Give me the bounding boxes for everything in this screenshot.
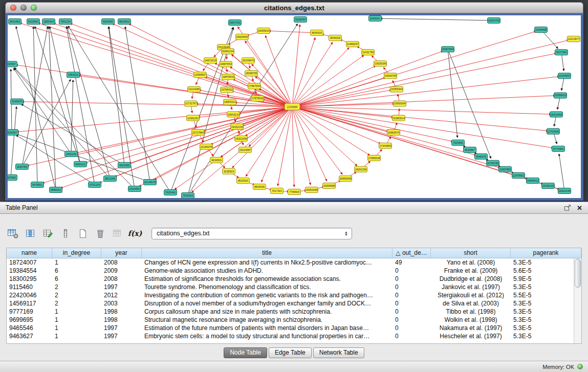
graph-node[interactable]: 1850424 bbox=[42, 19, 55, 25]
table-row[interactable]: 911546021997Tourette syndrome. Phenomeno… bbox=[7, 283, 574, 291]
column-header[interactable]: year bbox=[101, 248, 142, 258]
graph-node[interactable]: 9701234 bbox=[89, 182, 101, 187]
graph-node[interactable]: 12628186 bbox=[374, 61, 387, 67]
graph-node[interactable]: 19210987 bbox=[239, 147, 252, 152]
graph-node[interactable]: 9034567 bbox=[8, 61, 17, 67]
graph-node[interactable]: 11431756 bbox=[362, 50, 375, 55]
graph-node[interactable]: 16983574 bbox=[387, 129, 400, 135]
table-row[interactable]: 1872400712008Changes of HCN gene express… bbox=[7, 258, 574, 267]
graph-node[interactable]: 16023456 bbox=[550, 112, 563, 117]
graph-node[interactable]: 12978901 bbox=[512, 172, 525, 178]
graph-node[interactable]: 2053110 bbox=[67, 72, 80, 78]
graph-node[interactable]: 18304765 bbox=[488, 18, 500, 24]
column-header[interactable]: short bbox=[431, 248, 511, 258]
table-row[interactable]: 977716911998Corpus callosum shape and si… bbox=[7, 308, 574, 316]
graph-node[interactable]: 8694209 bbox=[311, 30, 323, 36]
graph-node[interactable]: 17344855 bbox=[379, 143, 392, 148]
table-row[interactable]: 1456911722003Disruption of a novel membe… bbox=[7, 299, 574, 308]
graph-node[interactable]: 19543210 bbox=[227, 112, 240, 117]
graph-node[interactable]: 10196378 bbox=[200, 144, 213, 149]
tab-network-table[interactable]: Network Table bbox=[313, 347, 364, 358]
graph-node[interactable]: 8823902 bbox=[118, 19, 131, 25]
graph-node[interactable]: 9310563 bbox=[27, 19, 40, 25]
graph-node[interactable]: 18109876 bbox=[242, 58, 255, 63]
function-builder-button[interactable]: f(x) bbox=[128, 227, 142, 240]
graph-node[interactable]: 7625440 bbox=[164, 189, 177, 195]
graph-node[interactable]: 9812345 bbox=[104, 176, 117, 181]
graph-node[interactable]: 7617301 bbox=[271, 188, 284, 193]
zoom-window-button[interactable] bbox=[31, 5, 37, 11]
table-row[interactable]: 1830029562008Estimation of significance … bbox=[7, 275, 574, 283]
graph-node[interactable]: 19351658 bbox=[306, 187, 318, 192]
graph-node[interactable]: 19056988 bbox=[323, 183, 336, 188]
table-settings-button[interactable] bbox=[6, 227, 20, 240]
graph-node[interactable]: 12214280 bbox=[188, 86, 201, 92]
graph-node[interactable]: 9367890 bbox=[8, 174, 17, 180]
graph-node[interactable]: 1724055 bbox=[285, 103, 300, 110]
table-row[interactable]: 969969511998Structural magnetic resonanc… bbox=[7, 316, 574, 324]
graph-node[interactable]: 7923456 bbox=[452, 140, 465, 145]
graph-node[interactable]: 16380914 bbox=[393, 115, 405, 121]
graph-node[interactable]: 15958623 bbox=[554, 93, 567, 98]
graph-node[interactable]: 7901234 bbox=[59, 19, 72, 25]
new-file-button[interactable] bbox=[76, 227, 90, 240]
graph-node[interactable]: 11548498 bbox=[535, 27, 548, 33]
graph-node[interactable]: 14636785 bbox=[384, 73, 397, 79]
graph-node[interactable]: 9589012 bbox=[50, 187, 62, 192]
close-window-button[interactable] bbox=[10, 5, 16, 11]
graph-node[interactable]: 19987654 bbox=[220, 61, 232, 67]
graph-node[interactable]: 16201234 bbox=[558, 188, 571, 193]
graph-node[interactable]: 15355364 bbox=[390, 86, 403, 92]
graph-node[interactable]: 19876543 bbox=[222, 74, 235, 80]
minimize-window-button[interactable] bbox=[20, 5, 27, 11]
graph-node[interactable]: 6773456 bbox=[552, 146, 565, 151]
graph-node[interactable]: 14089012 bbox=[527, 178, 539, 183]
graph-node[interactable]: 17987654 bbox=[248, 83, 261, 89]
show-column-button[interactable] bbox=[24, 227, 37, 240]
graph-node[interactable]: 8183044 bbox=[294, 17, 307, 23]
graph-node[interactable]: 20081234 bbox=[222, 49, 234, 54]
graph-node[interactable]: 12213977 bbox=[568, 36, 580, 42]
graph-node[interactable]: 18261156 bbox=[355, 166, 367, 172]
graph-node[interactable]: 17685938 bbox=[368, 155, 381, 161]
column-header[interactable]: title bbox=[142, 248, 393, 258]
scrollbar-thumb[interactable] bbox=[575, 259, 581, 288]
graph-node[interactable]: 18098765 bbox=[245, 71, 258, 76]
table-row[interactable]: 2242004622012Investigating the contribut… bbox=[7, 291, 574, 299]
graph-node[interactable]: 9235903 bbox=[223, 168, 235, 174]
column-header[interactable]: in_degree bbox=[52, 248, 101, 258]
graph-node[interactable]: 14234567 bbox=[558, 73, 571, 79]
graph-node[interactable]: 15950004 bbox=[394, 101, 406, 106]
graph-node[interactable]: 19654321 bbox=[224, 99, 236, 105]
graph-node[interactable]: 15829955 bbox=[236, 34, 249, 40]
import-table-button[interactable] bbox=[111, 227, 124, 240]
graph-node[interactable]: 10727884 bbox=[192, 129, 205, 135]
delete-table-button[interactable] bbox=[93, 227, 107, 240]
graph-node[interactable]: 14872015 bbox=[204, 58, 217, 63]
graph-node[interactable]: 12703456 bbox=[547, 128, 560, 134]
graph-node[interactable]: 9923456 bbox=[118, 162, 131, 168]
graph-node[interactable]: 18698398 bbox=[339, 176, 352, 181]
tab-edge-table[interactable]: Edge Table bbox=[269, 347, 312, 358]
column-header[interactable]: △ out_de… bbox=[393, 248, 431, 258]
graph-node[interactable]: 10034567 bbox=[128, 186, 141, 191]
table-row[interactable]: 946362711997Embryonic stem cells: a mode… bbox=[7, 332, 574, 340]
column-button[interactable] bbox=[58, 227, 72, 240]
graph-node[interactable]: 9015460 bbox=[102, 19, 115, 25]
table-selector-dropdown[interactable]: citations_edges.txt ▲ ▼ bbox=[151, 228, 352, 239]
graph-node[interactable]: 9478901 bbox=[31, 182, 44, 187]
graph-node[interactable]: 11731797 bbox=[185, 101, 198, 106]
graph-node[interactable]: 15647301 bbox=[229, 20, 242, 26]
table-scrollbar[interactable] bbox=[574, 258, 581, 343]
column-header[interactable]: name bbox=[7, 248, 52, 258]
window-titlebar[interactable]: citations_edges.txt bbox=[5, 2, 583, 13]
graph-node[interactable]: 9256789 bbox=[16, 164, 29, 169]
graph-node[interactable]: 9690123 bbox=[74, 161, 87, 167]
graph-node[interactable]: 12958567 bbox=[194, 72, 207, 78]
tab-node-table[interactable]: Node Table bbox=[224, 347, 267, 358]
edit-values-button[interactable] bbox=[41, 227, 55, 240]
table-row[interactable]: 1938455462009Genome-wide association stu… bbox=[7, 267, 574, 275]
graph-node[interactable]: 7795604 bbox=[288, 189, 301, 194]
graph-node[interactable]: 19765432 bbox=[221, 87, 233, 93]
table-row[interactable]: 946554611997Estimation of the future num… bbox=[7, 324, 574, 332]
